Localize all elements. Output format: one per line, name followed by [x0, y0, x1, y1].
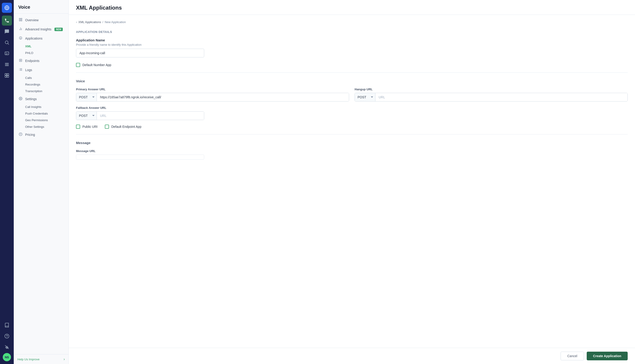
sidebar-item-endpoints[interactable]: Endpoints: [14, 56, 68, 66]
voice-nav-icon[interactable]: [2, 16, 12, 26]
fallback-method-select[interactable]: POST GET: [76, 112, 97, 120]
fallback-answer-url-label: Fallback Answer URL: [76, 106, 204, 110]
logs-label: Logs: [25, 68, 32, 72]
message-url-group: Message URL: [76, 149, 204, 160]
sidebar-item-other-settings[interactable]: Other Settings: [14, 124, 68, 130]
message-url-label: Message URL: [76, 149, 204, 153]
sidebar-item-xml[interactable]: XML: [14, 43, 68, 50]
main-header: XML Applications: [69, 0, 635, 15]
advanced-insights-icon: [18, 27, 23, 32]
app-name-input[interactable]: [76, 49, 204, 58]
voice-section-label: Voice: [76, 79, 628, 83]
breadcrumb-parent-link[interactable]: XML Applications: [78, 20, 101, 24]
hangup-url-field[interactable]: [375, 93, 627, 101]
sidebar-item-call-insights[interactable]: Call Insights: [14, 104, 68, 110]
sidebar-item-logs[interactable]: Logs: [14, 66, 68, 74]
docs-nav-icon[interactable]: [2, 320, 12, 330]
sidebar-item-calls[interactable]: Calls: [14, 74, 68, 81]
svg-rect-13: [20, 59, 22, 62]
sidebar-nav: Overview Advanced Insights NEW Applicati…: [14, 14, 68, 354]
lookup-nav-icon[interactable]: [2, 38, 12, 48]
fallback-answer-url-group: Fallback Answer URL POST GET: [76, 106, 204, 120]
public-uri-checkbox[interactable]: [76, 124, 80, 129]
hangup-url-group: Hangup URL POST GET: [355, 88, 628, 102]
svg-point-14: [20, 60, 21, 61]
cancel-button[interactable]: Cancel: [561, 352, 584, 360]
breadcrumb-back-arrow: ‹: [76, 20, 77, 24]
overview-icon: [18, 18, 23, 22]
messaging-nav-icon[interactable]: [2, 26, 12, 36]
breadcrumb-separator: /: [103, 20, 103, 24]
applications-label: Applications: [25, 36, 43, 40]
application-details-section-label: Application Details: [76, 30, 628, 34]
footer-arrow-icon: ›: [64, 357, 65, 361]
public-uri-item: Public URI: [76, 124, 98, 129]
hangup-url-label: Hangup URL: [355, 88, 628, 91]
create-application-button[interactable]: Create Application: [587, 352, 628, 360]
public-uri-label[interactable]: Public URI: [82, 125, 98, 128]
brand-icon[interactable]: [2, 3, 12, 13]
hangup-method-select[interactable]: POST GET: [355, 93, 375, 101]
notifications-nav-icon[interactable]: [2, 342, 12, 352]
divider-2: [76, 134, 628, 134]
svg-rect-5: [5, 76, 7, 77]
pricing-label: Pricing: [25, 133, 35, 136]
pricing-icon: [18, 132, 23, 137]
breadcrumb: ‹ XML Applications / New Application: [76, 20, 628, 24]
sip-nav-icon[interactable]: [2, 48, 12, 58]
numbers-nav-icon[interactable]: [2, 60, 12, 70]
svg-rect-3: [5, 74, 7, 75]
divider-1: [76, 72, 628, 73]
hangup-url-input-group: POST GET: [355, 93, 628, 102]
endpoints-icon: [18, 58, 23, 63]
svg-point-15: [20, 98, 21, 99]
main-content: XML Applications ‹ XML Applications / Ne…: [69, 0, 635, 364]
help-us-improve-label: Help Us Improve: [18, 358, 40, 361]
user-avatar[interactable]: NS: [3, 353, 11, 361]
svg-point-8: [7, 337, 7, 338]
sidebar-footer[interactable]: Help Us Improve ›: [14, 354, 68, 364]
message-url-partial: [76, 154, 204, 160]
sidebar-item-phlo[interactable]: PHLO: [14, 50, 68, 56]
sidebar-item-transcription[interactable]: Transcription: [14, 88, 68, 94]
help-nav-icon[interactable]: [2, 331, 12, 341]
message-section-label: Message: [76, 141, 628, 145]
default-number-app-checkbox[interactable]: [76, 63, 80, 67]
sidebar-item-recordings[interactable]: Recordings: [14, 81, 68, 88]
main-body: ‹ XML Applications / New Application App…: [69, 15, 635, 348]
primary-answer-url-label: Primary Answer URL: [76, 88, 349, 91]
verify-nav-icon[interactable]: [2, 70, 12, 80]
default-number-app-label[interactable]: Default Number App: [82, 63, 111, 67]
icon-rail: NS: [0, 0, 14, 364]
primary-answer-method-select[interactable]: POST GET: [76, 93, 97, 101]
sidebar-item-settings[interactable]: Settings: [14, 94, 68, 104]
sidebar-item-geo-permissions[interactable]: Geo Permissions: [14, 117, 68, 124]
app-name-help: Provide a friendly name to identify this…: [76, 43, 628, 46]
sidebar-item-advanced-insights[interactable]: Advanced Insights NEW: [14, 25, 68, 34]
sidebar-item-overview[interactable]: Overview: [14, 16, 68, 25]
svg-rect-11: [19, 20, 20, 21]
breadcrumb-current: New Application: [105, 20, 126, 24]
uri-endpoint-checkbox-row: Public URI Default Endpoint App: [76, 124, 628, 129]
app-name-group: Application Name Provide a friendly name…: [76, 38, 628, 58]
primary-answer-url-group: Primary Answer URL POST GET: [76, 88, 349, 102]
default-number-app-row: Default Number App: [76, 63, 628, 67]
logs-icon: [18, 68, 23, 72]
advanced-insights-label: Advanced Insights: [25, 28, 51, 31]
svg-rect-6: [7, 76, 9, 77]
footer-bar: Cancel Create Application: [69, 348, 635, 364]
applications-icon: [18, 36, 23, 41]
sidebar-item-push-credentials[interactable]: Push Credentials: [14, 110, 68, 117]
settings-icon: [18, 97, 23, 101]
default-endpoint-app-label[interactable]: Default Endpoint App: [111, 125, 141, 128]
message-section: Message Message URL: [76, 141, 628, 160]
sidebar: Voice Overview Advanced Insights NEW App…: [14, 0, 69, 364]
default-endpoint-app-checkbox[interactable]: [105, 124, 109, 129]
sidebar-item-applications[interactable]: Applications: [14, 34, 68, 43]
default-endpoint-app-item: Default Endpoint App: [105, 124, 141, 129]
fallback-answer-url-field[interactable]: [97, 112, 204, 120]
sidebar-item-pricing[interactable]: Pricing: [14, 130, 68, 139]
primary-answer-url-field[interactable]: [97, 93, 349, 101]
primary-answer-url-input-group: POST GET: [76, 93, 349, 102]
app-name-label: Application Name: [76, 38, 628, 42]
